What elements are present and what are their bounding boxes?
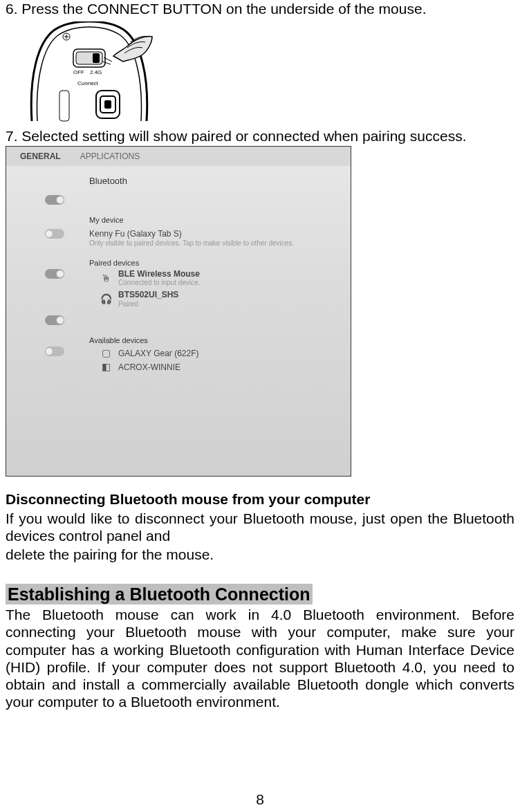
bluetooth-toggle bbox=[45, 195, 64, 205]
bluetooth-settings-screenshot: GENERAL APPLICATIONS Bluetooth My device… bbox=[6, 146, 351, 477]
establish-heading: Establishing a Bluetooth Connection bbox=[6, 584, 313, 605]
available-devices-label: Available devices bbox=[6, 336, 351, 345]
freq-text: 2.4G bbox=[90, 69, 102, 75]
svg-rect-5 bbox=[93, 53, 100, 63]
off-text: OFF bbox=[73, 69, 84, 75]
establish-body: The Bluetooth mouse can work in 4.0 Blue… bbox=[6, 606, 514, 710]
available-device-2: ACROX-WINNIE bbox=[118, 362, 180, 372]
paired-device-2-sub: Paired bbox=[118, 300, 178, 308]
svg-rect-8 bbox=[104, 100, 111, 109]
mouse-icon: 🖱 bbox=[100, 273, 111, 284]
mouse-underside-diagram: OFF 2.4G Connect bbox=[24, 21, 155, 122]
page-number: 8 bbox=[0, 791, 520, 808]
my-device-note: Only visible to paired devices. Tap to m… bbox=[89, 239, 294, 248]
watch-icon: ▢ bbox=[100, 348, 111, 359]
svg-line-11 bbox=[102, 62, 111, 64]
my-device-name: Kenny Fu (Galaxy Tab S) bbox=[89, 229, 294, 239]
paired-toggle-2 bbox=[45, 315, 64, 325]
my-device-label: My device bbox=[6, 216, 351, 225]
paired-device-1-sub: Connected to input device. bbox=[118, 279, 200, 287]
disconnect-heading: Disconnecting Bluetooth mouse from your … bbox=[6, 490, 514, 508]
paired-device-1-name: BLE Wireless Mouse bbox=[118, 269, 200, 279]
tab-applications: APPLICATIONS bbox=[80, 151, 140, 161]
tab-general: GENERAL bbox=[20, 151, 61, 161]
disconnect-line-1: If you would like to disconnect your Blu… bbox=[6, 510, 514, 544]
step-6-text: 6. Press the CONNECT BUTTON on the under… bbox=[6, 0, 514, 17]
connect-text: Connect bbox=[77, 80, 99, 86]
disconnect-line-2: delete the pairing for the mouse. bbox=[6, 546, 514, 563]
headset-icon: 🎧 bbox=[100, 293, 111, 304]
available-toggle bbox=[45, 347, 64, 356]
finger-icon bbox=[102, 37, 152, 65]
available-device-1: GALAXY Gear (622F) bbox=[118, 349, 199, 358]
paired-device-2-name: BTS502UI_SHS bbox=[118, 290, 178, 299]
paired-devices-label: Paired devices bbox=[6, 259, 351, 268]
step-7-text: 7. Selected setting will show paired or … bbox=[6, 127, 514, 145]
device-icon: ◧ bbox=[100, 362, 111, 373]
bluetooth-label: Bluetooth bbox=[6, 166, 351, 191]
paired-toggle-1 bbox=[45, 269, 64, 279]
visibility-toggle bbox=[45, 229, 64, 239]
svg-rect-9 bbox=[59, 91, 69, 121]
